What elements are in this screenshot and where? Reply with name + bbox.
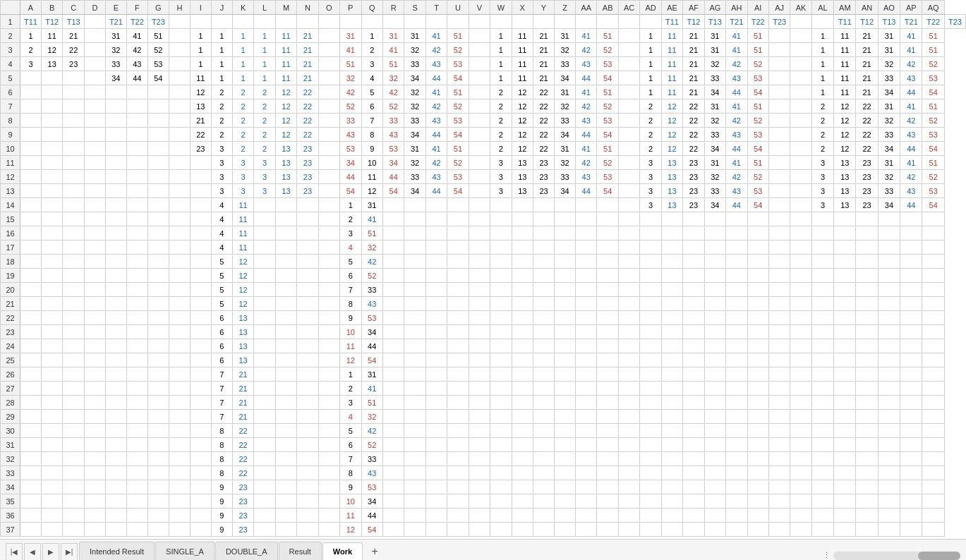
col-header-J[interactable]: J xyxy=(211,1,232,15)
table-row: 21 5 12 8 43 xyxy=(1,297,966,311)
col-header-AF[interactable]: AF xyxy=(683,1,704,15)
col-header-O[interactable]: O xyxy=(318,1,339,15)
table-row: 32 8 22 7 33 xyxy=(1,452,966,466)
col-header-AL[interactable]: AL xyxy=(811,1,833,15)
tab-intended-result[interactable]: Intended Result xyxy=(79,542,155,560)
table-row: 33 8 22 8 43 xyxy=(1,466,966,480)
horizontal-scrollbar[interactable] xyxy=(833,552,960,560)
tab-nav-next[interactable]: ▶ xyxy=(42,543,59,560)
col-header-AK[interactable]: AK xyxy=(790,1,811,15)
table-row: 20 5 12 7 33 xyxy=(1,283,966,297)
col-header-W[interactable]: W xyxy=(490,1,512,15)
table-row: 34 9 23 9 53 xyxy=(1,480,966,494)
corner-cell xyxy=(1,1,20,15)
col-header-T[interactable]: T xyxy=(425,1,447,15)
col-header-H[interactable]: H xyxy=(169,1,190,15)
col-header-X[interactable]: X xyxy=(512,1,533,15)
col-header-AA[interactable]: AA xyxy=(576,1,597,15)
col-header-AE[interactable]: AE xyxy=(661,1,682,15)
add-sheet-button[interactable]: + xyxy=(366,543,383,560)
sheet-options-icon[interactable]: ⋮ xyxy=(823,551,831,560)
col-header-P[interactable]: P xyxy=(340,1,361,15)
table-row: 22 6 13 9 53 xyxy=(1,311,966,325)
col-header-U[interactable]: U xyxy=(447,1,469,15)
col-header-S[interactable]: S xyxy=(404,1,425,15)
tab-nav-last[interactable]: ▶| xyxy=(61,543,78,560)
table-row: 37 9 23 12 54 xyxy=(1,523,966,537)
spreadsheet: A B C D E F G H I J K L M N O P Q xyxy=(0,0,966,560)
table-row: 8 21 2 2 2 12 22 33 7 33 33 43 53 xyxy=(1,114,966,128)
table-row: 1 T11 T12 T13 T21 T22 T23 T11 T12 T13 T2… xyxy=(1,15,966,29)
col-header-L[interactable]: L xyxy=(254,1,275,15)
tab-bar-right: ⋮ xyxy=(823,551,966,560)
col-header-AJ[interactable]: AJ xyxy=(768,1,790,15)
col-header-G[interactable]: G xyxy=(147,1,169,15)
spreadsheet-table: A B C D E F G H I J K L M N O P Q xyxy=(0,0,966,537)
table-row: 27 7 21 2 41 xyxy=(1,382,966,396)
table-row: 31 8 22 6 52 xyxy=(1,438,966,452)
tab-work[interactable]: Work xyxy=(322,542,363,560)
col-header-K[interactable]: K xyxy=(232,1,253,15)
table-row: 7 13 2 2 2 12 22 52 6 52 32 42 52 xyxy=(1,99,966,114)
table-row: 10 23 3 2 2 13 23 53 9 53 31 41 51 xyxy=(1,142,966,156)
col-header-C[interactable]: C xyxy=(63,1,84,15)
col-header-Y[interactable]: Y xyxy=(533,1,555,15)
table-row: 2 1 11 21 31 41 51 1 1 1 1 11 21 31 xyxy=(1,29,966,43)
tab-result[interactable]: Result xyxy=(279,542,322,560)
col-header-B[interactable]: B xyxy=(42,1,63,15)
col-header-AC[interactable]: AC xyxy=(618,1,639,15)
col-header-I[interactable]: I xyxy=(190,1,211,15)
table-row: 26 7 21 1 31 xyxy=(1,367,966,382)
col-header-N[interactable]: N xyxy=(297,1,318,15)
table-row: 30 8 22 5 42 xyxy=(1,424,966,438)
col-header-AP[interactable]: AP xyxy=(900,1,922,15)
table-row: 24 6 13 11 44 xyxy=(1,339,966,353)
table-row: 35 9 23 10 34 xyxy=(1,494,966,509)
table-row: 4 3 13 23 33 43 53 1 1 1 1 11 21 51 xyxy=(1,57,966,71)
tab-single-a[interactable]: SINGLE_A xyxy=(155,542,215,560)
table-row: 5 34 44 54 11 1 1 1 11 21 32 xyxy=(1,71,966,85)
col-header-AB[interactable]: AB xyxy=(597,1,618,15)
col-header-A[interactable]: A xyxy=(20,1,42,15)
column-header-row[interactable]: A B C D E F G H I J K L M N O P Q xyxy=(1,1,966,15)
col-header-E[interactable]: E xyxy=(105,1,126,15)
col-header-AD[interactable]: AD xyxy=(640,1,661,15)
col-header-M[interactable]: M xyxy=(275,1,296,15)
tab-nav-first[interactable]: |◀ xyxy=(6,543,23,560)
table-row: 13 3 3 3 13 23 54 12 54 34 44 54 xyxy=(1,184,966,198)
col-header-Q[interactable]: Q xyxy=(361,1,382,15)
table-row: 29 7 21 4 32 xyxy=(1,410,966,424)
col-header-AH[interactable]: AH xyxy=(726,1,747,15)
col-header-AN[interactable]: AN xyxy=(856,1,878,15)
table-row: 11 3 3 3 13 23 34 10 34 32 42 52 xyxy=(1,156,966,170)
table-row: 6 12 2 2 2 12 22 42 5 42 32 41 51 xyxy=(1,85,966,99)
tab-nav-prev[interactable]: ◀ xyxy=(24,543,41,560)
col-header-F[interactable]: F xyxy=(126,1,147,15)
table-row: 9 22 2 2 2 12 22 43 8 43 34 44 54 xyxy=(1,128,966,142)
table-row: 16 4 11 3 51 xyxy=(1,226,966,241)
col-header-AM[interactable]: AM xyxy=(834,1,856,15)
col-header-AI[interactable]: AI xyxy=(747,1,768,15)
col-header-V[interactable]: V xyxy=(469,1,490,15)
col-header-R[interactable]: R xyxy=(382,1,404,15)
table-row: 18 5 12 5 42 xyxy=(1,255,966,269)
table-row: 28 7 21 3 51 xyxy=(1,396,966,410)
table-row: 36 9 23 11 44 xyxy=(1,509,966,523)
col-header-AG[interactable]: AG xyxy=(704,1,725,15)
tab-double-a[interactable]: DOUBLE_A xyxy=(215,542,278,560)
table-row: 23 6 13 10 34 xyxy=(1,325,966,339)
table-row: 19 5 12 6 52 xyxy=(1,269,966,283)
table-row: 17 4 11 4 32 xyxy=(1,241,966,255)
grid-wrapper[interactable]: A B C D E F G H I J K L M N O P Q xyxy=(0,0,966,539)
col-header-Z[interactable]: Z xyxy=(555,1,576,15)
col-header-D[interactable]: D xyxy=(84,1,105,15)
table-row: 14 4 11 1 31 3 13 23 34 xyxy=(1,198,966,212)
scrollbar-thumb[interactable] xyxy=(918,552,960,560)
col-header-AQ[interactable]: AQ xyxy=(922,1,945,15)
table-row: 15 4 11 2 41 xyxy=(1,212,966,226)
table-row: 25 6 13 12 54 xyxy=(1,353,966,367)
table-row: 3 2 12 22 32 42 52 1 1 1 1 11 21 41 xyxy=(1,43,966,57)
table-row: 12 3 3 3 13 23 44 11 44 33 43 53 xyxy=(1,170,966,184)
tab-bar: |◀ ◀ ▶ ▶| Intended Result SINGLE_A DOUBL… xyxy=(0,539,966,560)
col-header-AO[interactable]: AO xyxy=(878,1,900,15)
